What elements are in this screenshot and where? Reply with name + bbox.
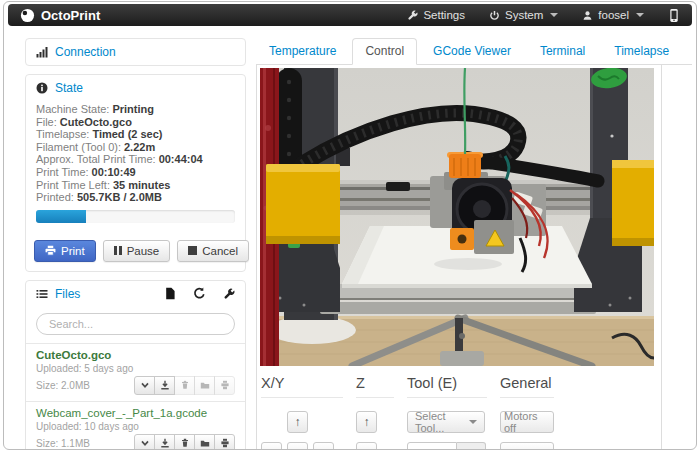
download-icon <box>160 380 170 390</box>
z-control-section: Z ↑ ⌂ <box>356 373 394 450</box>
file-size: Size: 2.0MB <box>36 380 90 392</box>
webcam-stream <box>260 68 654 366</box>
state-field: Print Time Left:35 minutes <box>36 179 235 192</box>
file-search-input[interactable] <box>36 313 235 335</box>
state-field: Approx. Total Print Time:00:44:04 <box>36 153 235 166</box>
file-uploaded: Uploaded: 10 days ago <box>36 421 235 433</box>
stop-icon <box>188 246 197 255</box>
main-area: Temperature Control GCode Viewer Termina… <box>256 38 692 450</box>
printer-icon <box>220 380 230 390</box>
chevron-down-icon <box>140 438 150 448</box>
tab-gcode-viewer[interactable]: GCode Viewer <box>420 38 524 65</box>
files-panel-header[interactable]: Files <box>26 281 245 307</box>
user-icon <box>582 10 593 21</box>
state-field: Print Time:00:10:49 <box>36 166 235 179</box>
state-field: Filament (Tool 0):2.22m <box>36 141 235 154</box>
print-button[interactable]: Print <box>34 240 96 262</box>
motors-off-button[interactable]: Motors off <box>500 411 554 433</box>
state-panel: State Machine State:Printing File:CuteOc… <box>25 74 246 272</box>
xy-title: X/Y <box>261 375 343 391</box>
xy-control-section: X/Y ↑ ← ⌂ → <box>261 373 343 450</box>
wrench-icon <box>407 10 418 21</box>
folder-icon <box>200 438 210 448</box>
tab-temperature[interactable]: Temperature <box>256 38 349 65</box>
chevron-down-icon <box>140 380 150 390</box>
top-navbar: OctoPrint Settings System <box>8 4 692 26</box>
state-field: File:CuteOcto.gco <box>36 116 235 129</box>
download-icon <box>160 438 170 448</box>
file-actions <box>134 434 235 450</box>
extrude-amount-input[interactable] <box>407 442 457 450</box>
cancel-button[interactable]: Cancel <box>177 240 249 262</box>
file-download-button[interactable] <box>154 376 175 395</box>
mobile-icon[interactable] <box>668 8 680 23</box>
fan-on-button[interactable]: Fan on <box>500 442 554 450</box>
refresh-icon[interactable] <box>193 287 206 300</box>
extrude-amount-unit: mm <box>457 442 486 450</box>
caret-down-icon <box>469 420 477 424</box>
tool-title: Tool (E) <box>407 375 487 391</box>
file-size: Size: 1.1MB <box>36 438 90 450</box>
xy-up-button[interactable]: ↑ <box>287 411 308 433</box>
tab-control[interactable]: Control <box>352 38 417 65</box>
system-label: System <box>505 9 543 21</box>
z-title: Z <box>356 375 394 391</box>
power-icon <box>489 10 500 21</box>
home-icon: ⌂ <box>363 446 370 450</box>
settings-label: Settings <box>423 9 465 21</box>
file-name[interactable]: Webcam_cover_-_Part_1a.gcode <box>36 407 235 420</box>
trash-icon <box>180 438 190 448</box>
octoprint-brand[interactable]: OctoPrint <box>20 8 100 23</box>
connection-title: Connection <box>55 45 116 59</box>
page-icon[interactable] <box>164 287 176 300</box>
control-sections: X/Y ↑ ← ⌂ → Z ↑ ⌂ Tool (E) <box>260 366 658 450</box>
signal-icon <box>36 46 48 58</box>
file-load-button[interactable] <box>194 434 215 450</box>
info-icon <box>36 82 48 94</box>
wrench-icon[interactable] <box>223 288 235 300</box>
xy-home-button[interactable]: ⌂ <box>287 442 308 450</box>
sidebar: Connection State Machine State:Printing … <box>25 38 246 450</box>
file-name[interactable]: CuteOcto.gco <box>36 349 235 362</box>
connection-panel-header[interactable]: Connection <box>26 39 245 65</box>
home-icon: ⌂ <box>294 446 301 450</box>
list-icon <box>36 288 48 300</box>
settings-menu-item[interactable]: Settings <box>407 9 465 21</box>
file-details-button[interactable] <box>134 434 155 450</box>
pause-button-label: Pause <box>127 245 160 257</box>
xy-left-button[interactable]: ← <box>261 442 282 450</box>
file-details-button[interactable] <box>134 376 155 395</box>
z-up-button[interactable]: ↑ <box>356 411 377 433</box>
print-progress-bar <box>36 210 235 223</box>
select-tool-label: Select Tool... <box>415 410 467 434</box>
file-actions <box>134 376 235 395</box>
state-info: Machine State:Printing File:CuteOcto.gco… <box>26 101 245 233</box>
tab-bar: Temperature Control GCode Viewer Termina… <box>256 38 692 65</box>
tab-timelapse[interactable]: Timelapse <box>601 38 682 65</box>
file-delete-button <box>174 376 195 395</box>
app-window: OctoPrint Settings System <box>3 1 697 450</box>
print-progress-fill <box>36 210 86 223</box>
octoprint-logo-icon <box>20 8 35 23</box>
tab-terminal[interactable]: Terminal <box>527 38 598 65</box>
printer-icon <box>220 438 230 448</box>
printer-icon <box>45 245 56 256</box>
caret-down-icon <box>550 13 558 17</box>
xy-right-button[interactable]: → <box>313 442 334 450</box>
file-download-button[interactable] <box>154 434 175 450</box>
state-panel-header[interactable]: State <box>26 75 245 101</box>
z-home-button[interactable]: ⌂ <box>356 442 377 450</box>
files-title: Files <box>55 287 80 301</box>
arrow-up-icon: ↑ <box>295 415 301 429</box>
select-tool-dropdown[interactable]: Select Tool... <box>407 411 485 433</box>
state-title: State <box>55 81 83 95</box>
general-control-section: General Motors off Fan on <box>500 373 554 450</box>
file-delete-button[interactable] <box>174 434 195 450</box>
caret-down-icon <box>636 13 644 17</box>
user-menu-item[interactable]: foosel <box>582 9 644 21</box>
system-menu-item[interactable]: System <box>489 9 558 21</box>
file-print-button[interactable] <box>214 434 235 450</box>
trash-icon <box>180 380 190 390</box>
arrow-left-icon: ← <box>266 446 278 450</box>
pause-button[interactable]: Pause <box>103 240 171 262</box>
